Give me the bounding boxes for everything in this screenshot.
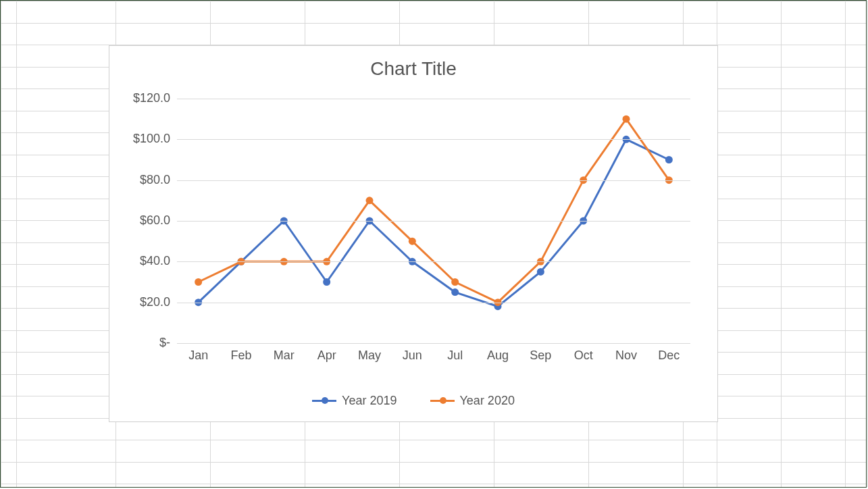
- y-gridline: [177, 221, 690, 222]
- series-line[interactable]: [199, 119, 669, 303]
- data-point[interactable]: [665, 156, 673, 163]
- y-tick-label: $-: [109, 336, 170, 350]
- grid-col-line: [1, 1, 1, 487]
- x-tick-label: Feb: [221, 349, 261, 363]
- data-point[interactable]: [195, 278, 202, 286]
- x-tick-label: Jun: [392, 349, 432, 363]
- y-tick-label: $120.0: [109, 91, 170, 105]
- legend-item-year-2020[interactable]: Year 2020: [430, 394, 515, 408]
- x-tick-label: Nov: [606, 349, 646, 363]
- chart-object[interactable]: Chart Title $-$20.0$40.0$60.0$80.0$100.0…: [109, 45, 718, 422]
- grid-row-line: [1, 440, 866, 440]
- line-icon: [430, 400, 455, 402]
- x-tick-label: May: [349, 349, 390, 363]
- data-point[interactable]: [451, 288, 459, 296]
- y-tick-label: $80.0: [109, 173, 170, 187]
- legend[interactable]: Year 2019 Year 2020: [109, 391, 717, 408]
- series-line[interactable]: [199, 139, 669, 306]
- y-tick-label: $100.0: [109, 132, 170, 146]
- legend-label: Year 2019: [342, 394, 397, 408]
- y-gridline: [177, 343, 690, 344]
- grid-row-line: [1, 23, 866, 24]
- grid-col-line: [845, 1, 846, 487]
- x-tick-label: Dec: [648, 349, 689, 363]
- grid-row-line: [1, 1, 866, 1]
- y-tick-label: $20.0: [109, 295, 170, 309]
- legend-item-year-2019[interactable]: Year 2019: [312, 394, 397, 408]
- y-gridline: [177, 99, 690, 99]
- data-point[interactable]: [409, 238, 416, 245]
- grid-row-line: [1, 462, 866, 463]
- y-gridline: [177, 139, 690, 140]
- y-gridline: [177, 180, 690, 181]
- x-tick-label: Jul: [435, 349, 476, 363]
- legend-label: Year 2020: [460, 394, 515, 408]
- x-tick-label: Sep: [520, 349, 561, 363]
- grid-row-line: [1, 484, 866, 484]
- x-tick-label: Jan: [178, 349, 219, 363]
- data-point[interactable]: [451, 278, 459, 286]
- data-point[interactable]: [366, 197, 374, 204]
- grid-col-line: [781, 1, 782, 487]
- grid-col-line: [16, 1, 17, 487]
- x-tick-label: Mar: [263, 349, 304, 363]
- data-point[interactable]: [323, 278, 330, 286]
- data-point[interactable]: [537, 268, 544, 276]
- x-tick-label: Aug: [478, 349, 518, 363]
- x-tick-label: Oct: [563, 349, 604, 363]
- x-tick-label: Apr: [307, 349, 347, 363]
- window-frame: Chart Title $-$20.0$40.0$60.0$80.0$100.0…: [0, 0, 867, 488]
- line-icon: [312, 400, 336, 402]
- chart-title[interactable]: Chart Title: [109, 58, 717, 80]
- y-gridline: [177, 261, 690, 262]
- data-point[interactable]: [623, 115, 630, 123]
- plot-area[interactable]: $-$20.0$40.0$60.0$80.0$100.0$120.0JanFeb…: [177, 99, 690, 343]
- y-tick-label: $60.0: [109, 213, 170, 228]
- y-gridline: [177, 303, 690, 303]
- y-tick-label: $40.0: [109, 254, 170, 268]
